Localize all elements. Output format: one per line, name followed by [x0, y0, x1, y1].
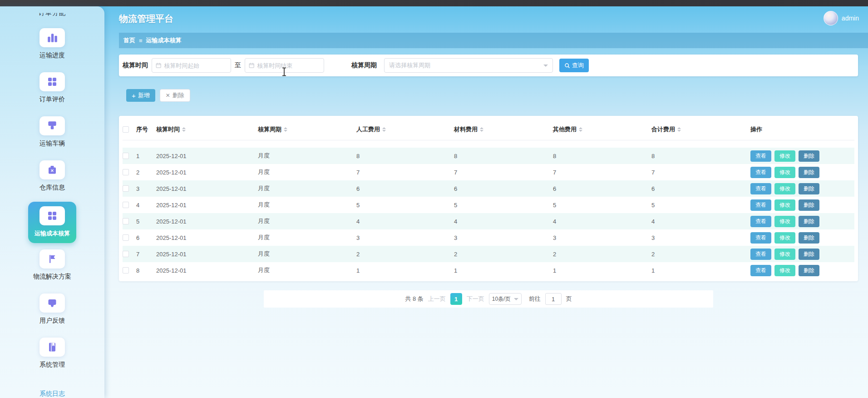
row-checkbox[interactable]	[123, 202, 129, 208]
actions-cell: 查看修改删除	[750, 167, 854, 178]
current-page-button[interactable]: 1	[450, 293, 462, 305]
cell-material-cost: 5	[454, 202, 553, 209]
view-button[interactable]: 查看	[750, 167, 771, 178]
sort-icon[interactable]	[579, 125, 582, 134]
sidebar: 订单分配 运输进度订单评价运输车辆仓库信息运输成本核算物流解决方案用户反馈系统管…	[0, 6, 104, 398]
view-button[interactable]: 查看	[750, 183, 771, 194]
delete-row-button[interactable]: 删除	[799, 150, 819, 162]
next-page-button[interactable]: 下一页	[467, 295, 484, 303]
cell-total-cost: 1	[651, 267, 750, 274]
column-header: 序号	[136, 125, 156, 134]
user-menu[interactable]: admin	[824, 11, 859, 25]
sidebar-item[interactable]: 物流解决方案	[33, 249, 71, 281]
delete-row-button[interactable]: 删除	[799, 183, 819, 194]
cell-index: 7	[136, 251, 156, 258]
date-start-field[interactable]	[164, 62, 227, 69]
delete-row-button[interactable]: 删除	[799, 216, 819, 227]
bar-chart-icon	[39, 28, 65, 47]
sort-icon[interactable]	[677, 125, 681, 134]
cell-material-cost: 3	[454, 234, 553, 241]
page-size-select[interactable]: 10条/页	[489, 293, 522, 305]
search-button[interactable]: 查询	[559, 59, 589, 72]
row-checkbox[interactable]	[123, 267, 129, 274]
view-button[interactable]: 查看	[750, 150, 771, 162]
sidebar-item-label: 物流解决方案	[33, 273, 71, 281]
delete-row-button[interactable]: 删除	[799, 249, 819, 260]
cell-period: 月度	[258, 250, 356, 258]
sidebar-item-clipped[interactable]: 订单分配	[0, 6, 104, 17]
period-select[interactable]: 请选择核算周期	[384, 58, 553, 73]
sort-icon[interactable]	[480, 125, 483, 134]
column-header[interactable]: 核算时间	[156, 125, 258, 134]
edit-button[interactable]: 修改	[774, 216, 795, 227]
edit-button[interactable]: 修改	[774, 232, 795, 244]
sidebar-item[interactable]: 用户反馈	[39, 294, 65, 325]
edit-button[interactable]: 修改	[774, 199, 795, 211]
column-header[interactable]: 合计费用	[651, 125, 750, 134]
view-button[interactable]: 查看	[750, 232, 771, 244]
cell-other-cost: 4	[553, 218, 651, 225]
edit-button[interactable]: 修改	[774, 167, 795, 178]
avatar[interactable]	[824, 11, 838, 25]
checkbox-cell	[123, 185, 136, 192]
row-checkbox[interactable]	[123, 218, 129, 224]
cell-material-cost: 1	[454, 267, 553, 274]
column-header[interactable]: 其他费用	[553, 125, 651, 134]
cell-material-cost: 8	[454, 153, 553, 159]
sidebar-item[interactable]: 运输车辆	[39, 116, 65, 148]
row-checkbox[interactable]	[123, 185, 129, 192]
goto-page-input[interactable]	[545, 293, 562, 305]
cell-index: 4	[136, 202, 156, 209]
edit-button[interactable]: 修改	[774, 265, 795, 276]
row-checkbox[interactable]	[123, 251, 129, 257]
sort-icon[interactable]	[284, 125, 287, 134]
select-all-checkbox[interactable]	[123, 126, 129, 133]
period-select-placeholder: 请选择核算周期	[389, 61, 430, 70]
date-end-field[interactable]	[257, 62, 320, 69]
prev-page-button[interactable]: 上一页	[428, 295, 446, 303]
delete-button-label: 删除	[173, 91, 184, 100]
cell-other-cost: 3	[553, 234, 651, 241]
edit-button[interactable]: 修改	[774, 249, 795, 260]
sidebar-item[interactable]: 运输进度	[39, 28, 65, 60]
cell-material-cost: 4	[454, 218, 553, 225]
row-checkbox[interactable]	[123, 234, 129, 241]
row-checkbox[interactable]	[123, 153, 129, 159]
sort-icon[interactable]	[182, 125, 186, 134]
view-button[interactable]: 查看	[750, 216, 771, 227]
edit-button[interactable]: 修改	[774, 150, 795, 162]
add-button[interactable]: + 新增	[126, 89, 155, 102]
date-end-input[interactable]	[245, 58, 324, 73]
sidebar-item-active[interactable]: 运输成本核算	[28, 202, 76, 243]
actions-cell: 查看修改删除	[750, 199, 854, 211]
date-start-input[interactable]	[152, 58, 231, 73]
delete-row-button[interactable]: 删除	[799, 199, 819, 211]
delete-row-button[interactable]: 删除	[799, 232, 819, 244]
breadcrumb-home[interactable]: 首页	[123, 36, 135, 45]
sidebar-item[interactable]: 仓库信息	[39, 160, 65, 192]
cell-date: 2025-12-01	[156, 153, 258, 159]
actions-cell: 查看修改删除	[750, 150, 854, 162]
delete-button[interactable]: ✕ 删除	[160, 89, 190, 102]
sidebar-footer-link[interactable]: 系统日志	[39, 390, 65, 398]
column-header[interactable]: 人工费用	[356, 125, 454, 134]
actions-cell: 查看修改删除	[750, 183, 854, 194]
cell-labor-cost: 4	[356, 218, 454, 225]
cell-labor-cost: 2	[356, 251, 454, 258]
sort-icon[interactable]	[382, 125, 386, 134]
column-header[interactable]: 核算周期	[258, 125, 356, 134]
delete-row-button[interactable]: 删除	[799, 265, 819, 276]
sidebar-item[interactable]: 订单评价	[39, 72, 65, 104]
column-header[interactable]: 材料费用	[454, 125, 553, 134]
view-button[interactable]: 查看	[750, 265, 771, 276]
edit-button[interactable]: 修改	[774, 183, 795, 194]
view-button[interactable]: 查看	[750, 249, 771, 260]
cell-date: 2025-12-01	[156, 185, 258, 192]
sidebar-item[interactable]: 系统管理	[39, 338, 65, 369]
view-button[interactable]: 查看	[750, 199, 771, 211]
table-row: 22025-12-01月度7777查看修改删除	[123, 164, 854, 180]
row-checkbox[interactable]	[123, 169, 129, 175]
delete-row-button[interactable]: 删除	[799, 167, 819, 178]
cell-date: 2025-12-01	[156, 234, 258, 241]
app-window: 订单分配 运输进度订单评价运输车辆仓库信息运输成本核算物流解决方案用户反馈系统管…	[0, 0, 868, 398]
